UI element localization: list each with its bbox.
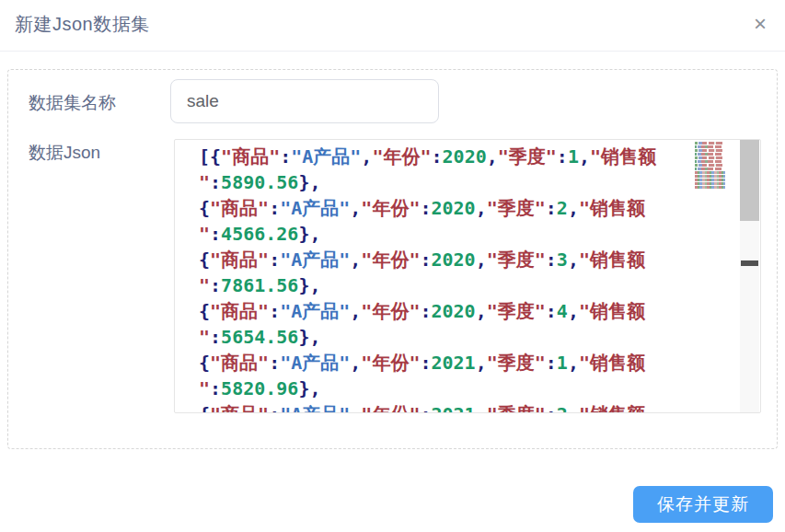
code-line: {"商品":"A产品","年份":2020,"季度":2,"销售额 — [199, 195, 738, 221]
dataset-name-label: 数据集名称 — [29, 91, 116, 115]
minimap-row — [695, 182, 725, 185]
header-divider — [0, 51, 785, 52]
new-json-dataset-dialog: 新建Json数据集 × 数据集名称 数据Json [{"商品":"A产品","年… — [0, 0, 785, 532]
minimap-row — [695, 186, 725, 189]
minimap-row — [695, 156, 725, 159]
editor-minimap[interactable] — [695, 142, 725, 191]
minimap-row — [695, 160, 725, 163]
scrollbar-thumb[interactable] — [740, 140, 759, 221]
dialog-title: 新建Json数据集 — [15, 12, 150, 37]
code-line: {"商品":"A产品","年份":2020,"季度":4,"销售额 — [199, 298, 738, 324]
json-code[interactable]: [{"商品":"A产品","年份":2020,"季度":1,"销售额":5890… — [175, 140, 738, 413]
code-line: [{"商品":"A产品","年份":2020,"季度":1,"销售额 — [199, 144, 738, 169]
json-label: 数据Json — [29, 141, 100, 165]
minimap-row — [695, 149, 725, 152]
code-line: {"商品":"A产品","年份":2020,"季度":3,"销售额 — [199, 247, 738, 272]
minimap-row — [695, 145, 725, 148]
close-icon[interactable]: × — [745, 9, 776, 40]
save-button[interactable]: 保存并更新 — [633, 486, 773, 523]
minimap-row — [695, 142, 725, 145]
minimap-row — [695, 153, 725, 156]
code-line: ":5890.56}, — [199, 169, 738, 195]
editor-scrollbar[interactable] — [740, 140, 759, 412]
code-line: {"商品":"A产品","年份":2021,"季度":2,"销售额 — [199, 401, 738, 413]
code-line: ":5654.56}, — [199, 324, 738, 350]
minimap-row — [695, 175, 725, 178]
code-line: {"商品":"A产品","年份":2021,"季度":1,"销售额 — [199, 350, 738, 376]
json-editor[interactable]: [{"商品":"A产品","年份":2020,"季度":1,"销售额":5890… — [174, 139, 761, 413]
minimap-row — [695, 168, 725, 170]
scrollbar-marker — [741, 260, 758, 266]
code-line: ":4566.26}, — [199, 221, 738, 247]
minimap-row — [695, 171, 725, 174]
dataset-name-input[interactable] — [170, 79, 439, 123]
minimap-row — [695, 179, 725, 181]
code-line: ":5820.96}, — [199, 376, 738, 401]
minimap-row — [695, 164, 725, 167]
code-line: ":7861.56}, — [199, 272, 738, 298]
